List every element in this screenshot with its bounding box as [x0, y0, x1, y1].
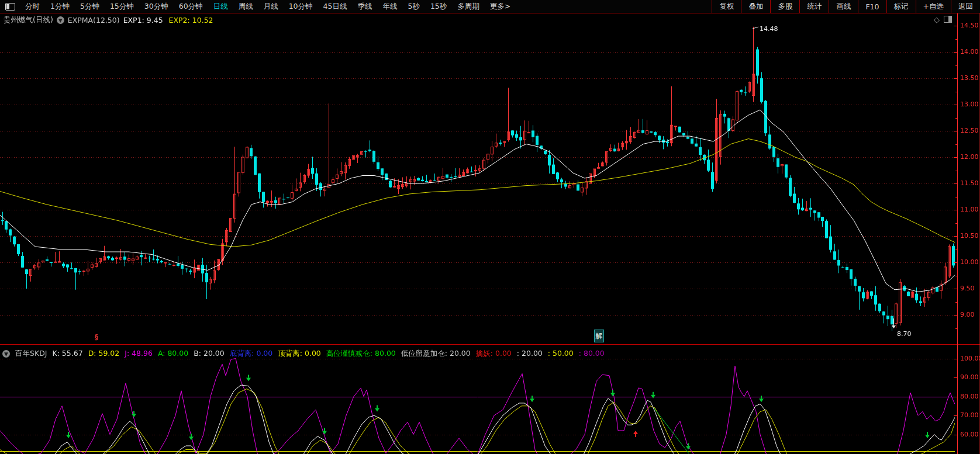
- menu-item-14[interactable]: 15秒: [425, 2, 452, 12]
- skdj-header-item-6: 底背离: 0.00: [230, 349, 273, 358]
- menu-item-12[interactable]: 年线: [377, 2, 402, 12]
- symbol-title: 贵州燃气(日线): [4, 15, 53, 25]
- skdj-header-item-8: 高位谨慎减仓: 80.00: [326, 349, 396, 358]
- toolbar-button-5[interactable]: F10: [858, 0, 886, 13]
- menu-item-16[interactable]: 更多>: [485, 2, 516, 12]
- toolbar-button-1[interactable]: 叠加: [741, 0, 770, 13]
- skdj-header-item-2: D: 59.02: [88, 349, 120, 358]
- window-icon[interactable]: [5, 3, 15, 11]
- unlock-event-marker[interactable]: 解: [594, 330, 604, 342]
- menu-item-11[interactable]: 季线: [352, 2, 377, 12]
- toolbar-button-0[interactable]: 复权: [712, 0, 741, 13]
- period-menu: 分时1分钟5分钟15分钟30分钟60分钟日线周线月线10分钟45日线季线年线5秒…: [20, 2, 516, 12]
- indicator-values: EXP1: 9.45EXP2: 10.52: [123, 16, 219, 25]
- skdj-header-item-4: A: 80.00: [158, 349, 188, 358]
- chevron-down-circle-icon[interactable]: ▼: [57, 16, 64, 24]
- toolbar-buttons: 复权叠加多股统计画线F10标记+自选返回: [712, 0, 980, 13]
- paragraph-event-marker[interactable]: §: [95, 333, 98, 341]
- menu-item-4[interactable]: 30分钟: [139, 2, 174, 12]
- chart-header: 贵州燃气(日线) ▼ EXPMA(12,50) EXP1: 9.45EXP2: …: [4, 15, 223, 25]
- skdj-header-item-7: 顶背离: 0.00: [278, 349, 321, 358]
- menu-item-7[interactable]: 周线: [233, 2, 258, 12]
- skdj-header-item-9: 低位留意加仓: 20.00: [401, 349, 471, 358]
- toolbar-button-7[interactable]: +自选: [916, 0, 951, 13]
- top-menu-bar: 分时1分钟5分钟15分钟30分钟60分钟日线周线月线10分钟45日线季线年线5秒…: [0, 0, 980, 13]
- expma-value-0: EXP1: 9.45: [123, 16, 163, 25]
- diamond-icon[interactable]: ◇: [934, 16, 940, 23]
- menu-item-6[interactable]: 日线: [208, 2, 233, 12]
- menu-item-9[interactable]: 10分钟: [284, 2, 318, 12]
- menu-item-10[interactable]: 45日线: [318, 2, 353, 12]
- toolbar-button-6[interactable]: 标记: [886, 0, 916, 13]
- indicator-header-items: 百年SKDJK: 55.67D: 59.02J: 48.96A: 80.00B:…: [15, 349, 610, 359]
- menu-item-2[interactable]: 5分钟: [75, 2, 105, 12]
- toolbar-button-2[interactable]: 多股: [770, 0, 799, 13]
- toolbar-button-4[interactable]: 画线: [829, 0, 858, 13]
- indicator-name[interactable]: EXPMA(12,50): [68, 16, 120, 25]
- menu-item-13[interactable]: 5秒: [402, 2, 425, 12]
- skdj-header-item-5: B: 20.00: [194, 349, 225, 358]
- skdj-header-item-1: K: 55.67: [52, 349, 82, 358]
- skdj-header-item-0: 百年SKDJ: [15, 349, 47, 358]
- skdj-header-item-10: 擒妖: 0.00: [476, 349, 512, 358]
- chart-corner-tools: ◇: [934, 16, 952, 23]
- toolbar-button-8[interactable]: 返回: [951, 0, 980, 13]
- menu-item-5[interactable]: 60分钟: [174, 2, 208, 12]
- trading-app-window: 分时1分钟5分钟15分钟30分钟60分钟日线周线月线10分钟45日线季线年线5秒…: [0, 0, 980, 454]
- chevron-down-circle-icon[interactable]: ▼: [2, 350, 10, 358]
- menu-item-3[interactable]: 15分钟: [105, 2, 139, 12]
- chart-canvas[interactable]: [0, 0, 980, 454]
- menu-item-8[interactable]: 月线: [258, 2, 284, 12]
- split-layout-icon[interactable]: [944, 16, 952, 23]
- skdj-header-item-12: : 50.00: [548, 349, 574, 358]
- skdj-header-item-13: : 80.00: [579, 349, 605, 358]
- indicator-panel-header: ▼ 百年SKDJK: 55.67D: 59.02J: 48.96A: 80.00…: [2, 349, 615, 359]
- expma-value-1: EXP2: 10.52: [169, 16, 213, 25]
- menu-item-1[interactable]: 1分钟: [45, 2, 75, 12]
- skdj-header-item-3: J: 48.96: [125, 349, 153, 358]
- menu-item-0[interactable]: 分时: [20, 2, 45, 12]
- skdj-header-item-11: : 20.00: [517, 349, 543, 358]
- toolbar-button-3[interactable]: 统计: [799, 0, 829, 13]
- menu-item-15[interactable]: 多周期: [452, 2, 485, 12]
